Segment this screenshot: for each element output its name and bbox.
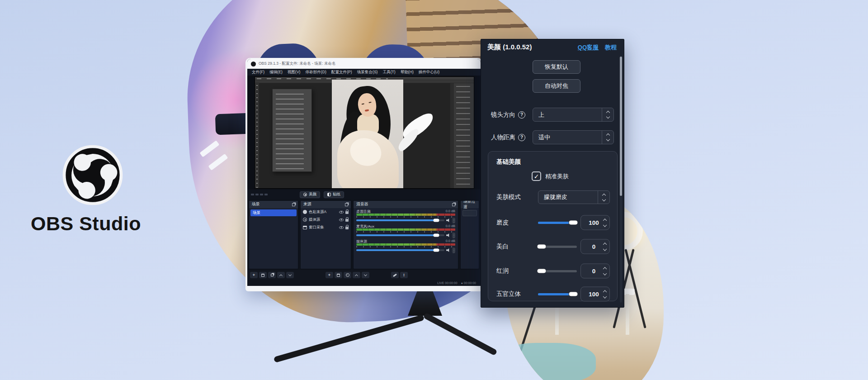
woman-eye xyxy=(362,103,364,104)
face-3d-slider[interactable] xyxy=(538,291,577,297)
window-capture-icon xyxy=(303,226,307,229)
source-item[interactable]: 色彩来源A xyxy=(301,208,351,216)
popout-icon[interactable] xyxy=(345,203,348,206)
transition-select[interactable] xyxy=(462,210,477,216)
menu-tools[interactable]: 工具(T) xyxy=(382,70,395,75)
whitening-value-stepper[interactable]: 0 xyxy=(580,239,610,254)
menu-view[interactable]: 视图(V) xyxy=(288,70,301,75)
rosy-label: 红润 xyxy=(496,267,509,275)
beauty-dock-tab[interactable]: 美颜 xyxy=(300,191,320,198)
smoothing-slider[interactable] xyxy=(538,220,577,225)
menu-docks[interactable]: 停靠部件(D) xyxy=(305,70,326,75)
source-up-button[interactable] xyxy=(353,272,360,278)
speaker-icon[interactable] xyxy=(446,233,450,237)
spinner-icon[interactable] xyxy=(598,191,609,204)
sticker-tab-label: 贴纸 xyxy=(333,192,340,197)
slider-handle[interactable] xyxy=(537,269,546,274)
sticker-dock-tab[interactable]: 贴纸 xyxy=(324,191,344,198)
lock-icon[interactable] xyxy=(345,227,349,229)
sources-title: 来源 xyxy=(303,202,311,207)
channel-menu-icon[interactable] xyxy=(452,247,455,253)
mixer-channel: 麦克风/Aux0.0 dB xyxy=(354,223,458,238)
sticker-icon xyxy=(327,193,331,196)
scene-item-label: 场景 xyxy=(253,210,260,216)
add-source-button[interactable]: + xyxy=(326,272,333,278)
popout-icon[interactable] xyxy=(292,203,295,206)
slider-handle[interactable] xyxy=(569,292,578,297)
face-3d-value-stepper[interactable]: 100 xyxy=(580,287,610,302)
scenes-title: 场景 xyxy=(252,202,260,207)
camera-direction-select[interactable]: 上 xyxy=(533,108,614,122)
lock-icon[interactable] xyxy=(345,211,349,214)
eye-icon[interactable] xyxy=(339,211,344,214)
menu-plugin-center[interactable]: 插件中心(U) xyxy=(419,70,439,75)
precise-skin-checkbox[interactable]: ✓ xyxy=(532,171,541,181)
obs-dock-tab-row: 美颜 贴纸 xyxy=(247,190,481,200)
meter-ticks xyxy=(356,246,455,247)
source-item[interactable]: 窗口采集 xyxy=(301,223,351,231)
photo-desk-leg xyxy=(626,294,629,335)
source-properties-button[interactable] xyxy=(344,272,351,278)
volume-slider[interactable] xyxy=(356,234,444,236)
help-icon[interactable]: ? xyxy=(518,134,525,141)
rosy-value-stepper[interactable]: 0 xyxy=(580,264,610,279)
filters-button[interactable] xyxy=(391,272,399,278)
slider-handle[interactable] xyxy=(537,244,546,249)
slider-handle[interactable] xyxy=(569,220,578,225)
rosy-slider[interactable] xyxy=(538,268,577,274)
advanced-audio-button[interactable]: ! xyxy=(400,272,408,278)
live-timer: LIVE 00:00:00 xyxy=(437,281,457,285)
channel-name: 麦克风/Aux xyxy=(356,224,374,228)
restore-defaults-button[interactable]: 恢复默认 xyxy=(533,60,580,74)
menu-profile[interactable]: 配置文件(P) xyxy=(331,70,352,75)
channel-menu-icon[interactable] xyxy=(452,233,455,238)
source-name: 窗口采集 xyxy=(309,225,337,230)
tutorial-link[interactable]: 教程 xyxy=(605,43,617,52)
media-source-icon xyxy=(303,218,307,222)
channel-db: 0.0 dB xyxy=(446,209,455,214)
spinner-icon[interactable] xyxy=(602,108,613,121)
scrollbar-thumb[interactable] xyxy=(620,57,622,196)
duplicate-scene-button[interactable] xyxy=(268,272,276,278)
source-item[interactable]: 媒体源 xyxy=(301,216,351,223)
channel-menu-icon[interactable] xyxy=(452,218,455,223)
qq-support-link[interactable]: QQ客服 xyxy=(578,43,599,52)
mixer-dock-header: 混音器 xyxy=(354,201,458,208)
camera-direction-label: 镜头方向 ? xyxy=(491,108,525,122)
face-3d-value: 100 xyxy=(584,291,604,298)
speaker-icon[interactable] xyxy=(446,218,450,222)
volume-slider[interactable] xyxy=(356,249,444,251)
spinner-icon[interactable] xyxy=(602,131,613,144)
eye-icon[interactable] xyxy=(339,218,344,221)
stepper-icon[interactable] xyxy=(604,267,606,275)
scene-up-button[interactable] xyxy=(277,272,285,278)
scene-down-button[interactable] xyxy=(286,272,294,278)
eye-icon[interactable] xyxy=(339,226,344,229)
autofocus-button[interactable]: 自动对焦 xyxy=(533,79,580,93)
whitening-slider[interactable] xyxy=(538,244,577,249)
mixer-dock: 混音器 桌面音频0.0 dB 麦克风/Aux xyxy=(353,200,458,269)
menu-help[interactable]: 帮助(H) xyxy=(401,70,414,75)
remove-scene-button[interactable] xyxy=(259,272,267,278)
stepper-icon[interactable] xyxy=(604,243,606,250)
scene-item-selected[interactable]: 场景 xyxy=(250,209,297,216)
menu-edit[interactable]: 编辑(E) xyxy=(269,70,283,75)
lock-icon[interactable] xyxy=(345,219,349,222)
menu-file[interactable]: 文件(F) xyxy=(252,70,264,75)
source-name: 媒体源 xyxy=(309,217,337,222)
speaker-icon[interactable] xyxy=(446,248,450,252)
stepper-icon[interactable] xyxy=(604,290,606,298)
menu-scene-collection[interactable]: 场景集合(S) xyxy=(357,70,378,75)
remove-source-button[interactable] xyxy=(335,272,342,278)
smoothing-value-stepper[interactable]: 100 xyxy=(580,215,610,230)
volume-slider[interactable] xyxy=(356,219,444,221)
source-down-button[interactable] xyxy=(362,272,369,278)
person-distance-select[interactable]: 适中 xyxy=(533,130,614,144)
skin-mode-select[interactable]: 朦胧磨皮 xyxy=(538,190,610,204)
stepper-icon[interactable] xyxy=(604,219,606,226)
help-icon[interactable]: ? xyxy=(518,111,525,119)
channel-db: 0.0 dB xyxy=(446,224,455,228)
popout-icon[interactable] xyxy=(452,203,455,206)
add-scene-button[interactable]: + xyxy=(250,272,258,278)
transitions-dock: 场景过渡 xyxy=(460,200,479,269)
